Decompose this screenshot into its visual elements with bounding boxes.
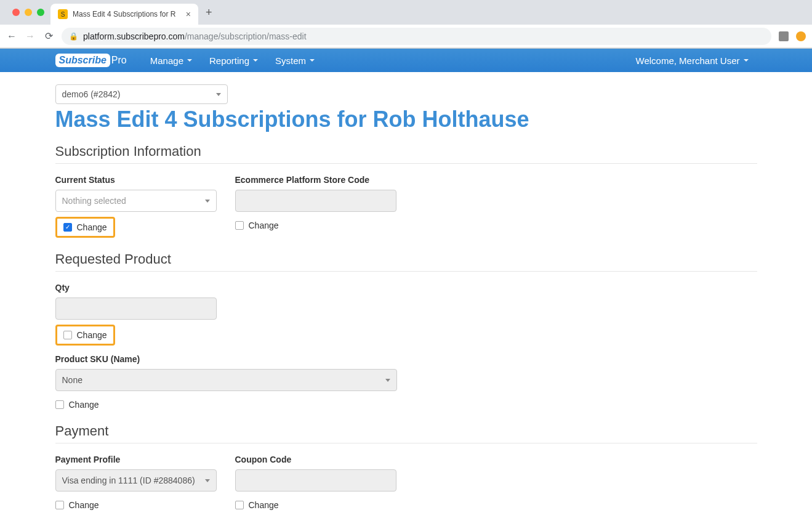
change-store-code-checkbox[interactable] [235, 221, 244, 230]
change-label: Change [249, 500, 279, 510]
highlight-change-qty: Change [55, 325, 115, 346]
change-coupon-code-checkbox[interactable] [235, 501, 244, 509]
nav-system[interactable]: System [267, 49, 323, 72]
label-payment-profile: Payment Profile [55, 455, 217, 464]
select-placeholder: Nothing selected [62, 196, 126, 206]
section-requested-product: Requested Product [55, 251, 757, 272]
label-current-status: Current Status [55, 175, 217, 185]
change-label: Change [69, 400, 99, 410]
browser-toolbar: ← → ⟳ 🔒 platform.subscribepro.com/manage… [0, 25, 812, 48]
change-qty-checkbox[interactable] [63, 331, 72, 339]
window-minimize-button[interactable] [25, 9, 32, 16]
window-controls [6, 9, 50, 16]
nav-label: Reporting [209, 55, 249, 66]
change-payment-profile-checkbox[interactable] [55, 501, 64, 509]
account-selector[interactable]: demo6 (#2842) [55, 84, 228, 104]
back-button[interactable]: ← [6, 31, 17, 42]
current-status-select[interactable]: Nothing selected [55, 190, 217, 212]
change-label: Change [77, 330, 107, 340]
chevron-down-icon [187, 59, 192, 62]
product-sku-select[interactable]: None [55, 369, 397, 391]
change-label: Change [69, 500, 99, 510]
window-maximize-button[interactable] [37, 9, 44, 16]
logo-pro: Pro [111, 55, 127, 66]
chevron-down-icon [253, 59, 258, 62]
nav-manage[interactable]: Manage [142, 49, 201, 72]
page-title: Mass Edit 4 Subscriptions for Rob Holtha… [55, 107, 757, 132]
window-close-button[interactable] [12, 9, 20, 16]
label-coupon-code: Coupon Code [235, 455, 396, 464]
lock-icon: 🔒 [69, 32, 78, 41]
label-product-sku: Product SKU (Name) [55, 354, 397, 364]
chevron-down-icon [205, 479, 210, 482]
page-container: demo6 (#2842) Mass Edit 4 Subscriptions … [55, 72, 757, 526]
chevron-down-icon [205, 200, 210, 203]
url-bar[interactable]: 🔒 platform.subscribepro.com/manage/subsc… [62, 28, 771, 45]
change-status-checkbox[interactable] [63, 223, 72, 232]
forward-button[interactable]: → [25, 31, 36, 42]
coupon-code-input[interactable] [235, 469, 396, 492]
change-label: Change [249, 221, 279, 230]
tab-bar: S Mass Edit 4 Subscriptions for R × + [0, 0, 812, 25]
tab-title: Mass Edit 4 Subscriptions for R [73, 10, 181, 18]
url-path: /manage/subscription/mass-edit [185, 31, 307, 41]
extension-icons [779, 31, 806, 41]
chevron-down-icon [744, 59, 749, 62]
new-tab-button[interactable]: + [198, 6, 220, 19]
url-host: platform.subscribepro.com [83, 31, 185, 41]
section-subscription-info: Subscription Information [55, 144, 757, 164]
chevron-down-icon [385, 379, 390, 382]
payment-profile-select[interactable]: Visa ending in 1111 (ID #2884086) [55, 469, 217, 492]
page-scroll[interactable]: demo6 (#2842) Mass Edit 4 Subscriptions … [0, 72, 812, 526]
section-shipping: Shipping [55, 524, 757, 526]
app-navbar: Subscribe Pro Manage Reporting System We… [0, 49, 812, 72]
nav-label: System [275, 55, 306, 66]
reload-button[interactable]: ⟳ [43, 30, 54, 42]
browser-tab[interactable]: S Mass Edit 4 Subscriptions for R × [50, 4, 198, 25]
select-value: None [62, 375, 82, 385]
chevron-down-icon [310, 59, 315, 62]
nav-label: Manage [150, 55, 183, 66]
chevron-down-icon [216, 93, 221, 96]
qty-input[interactable] [55, 297, 217, 320]
account-selected: demo6 (#2842) [62, 89, 121, 99]
change-product-sku-checkbox[interactable] [55, 400, 64, 409]
select-value: Visa ending in 1111 (ID #2884086) [62, 475, 195, 485]
section-payment: Payment [55, 423, 757, 443]
change-label: Change [77, 222, 107, 232]
nav-user-menu[interactable]: Welcome, Merchant User [627, 49, 757, 72]
highlight-change-status: Change [55, 217, 115, 238]
logo-subscribe: Subscribe [55, 54, 110, 67]
welcome-label: Welcome, Merchant User [636, 55, 740, 66]
tab-close-button[interactable]: × [186, 9, 191, 19]
extension-icon[interactable] [779, 31, 789, 41]
label-qty: Qty [55, 283, 217, 293]
store-code-input[interactable] [235, 190, 396, 212]
favicon-icon: S [58, 9, 68, 19]
extension-icon[interactable] [796, 31, 806, 41]
nav-reporting[interactable]: Reporting [201, 49, 267, 72]
label-store-code: Ecommerce Platform Store Code [235, 175, 396, 185]
logo[interactable]: Subscribe Pro [55, 54, 127, 67]
browser-chrome: S Mass Edit 4 Subscriptions for R × + ← … [0, 0, 812, 49]
